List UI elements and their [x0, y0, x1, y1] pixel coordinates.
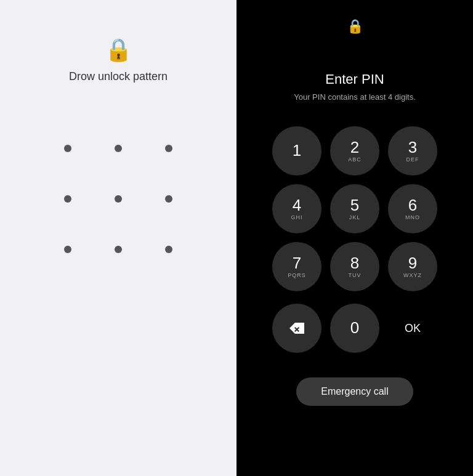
lock-icon-right: 🔒	[347, 18, 363, 34]
key-4[interactable]: 4 GHI	[272, 184, 321, 233]
pattern-dot-3[interactable]	[165, 145, 172, 152]
lock-icon-left: 🔒	[105, 37, 132, 63]
emergency-call-button[interactable]: Emergency call	[296, 377, 413, 406]
pattern-grid[interactable]	[64, 145, 172, 253]
draw-title: Drow unlock pattern	[69, 70, 168, 83]
ok-button[interactable]: OK	[388, 304, 437, 353]
key-7[interactable]: 7 PQRS	[272, 242, 321, 291]
bottom-row: 0 OK	[272, 304, 437, 353]
pin-subtitle: Your PIN contains at least 4 digits.	[294, 92, 416, 102]
backspace-button[interactable]	[272, 304, 321, 353]
pattern-dot-8[interactable]	[115, 246, 122, 253]
pattern-dot-1[interactable]	[64, 145, 71, 152]
keypad: 1 2 ABC 3 DEF 4 GHI 5 JKL 6 MNO 7 PQRS 8	[272, 126, 437, 291]
key-1[interactable]: 1	[272, 126, 321, 175]
pin-title: Enter PIN	[325, 71, 384, 87]
pattern-dot-2[interactable]	[115, 145, 122, 152]
key-6[interactable]: 6 MNO	[388, 184, 437, 233]
key-2[interactable]: 2 ABC	[330, 126, 379, 175]
key-8[interactable]: 8 TUV	[330, 242, 379, 291]
pattern-dot-5[interactable]	[115, 195, 122, 203]
key-0[interactable]: 0	[330, 304, 379, 353]
pattern-dot-9[interactable]	[165, 246, 172, 253]
right-panel: 🔒 Enter PIN Your PIN contains at least 4…	[236, 0, 473, 476]
key-9[interactable]: 9 WXYZ	[388, 242, 437, 291]
pattern-dot-4[interactable]	[64, 195, 71, 203]
pattern-dot-7[interactable]	[64, 246, 71, 253]
key-3[interactable]: 3 DEF	[388, 126, 437, 175]
key-5[interactable]: 5 JKL	[330, 184, 379, 233]
pattern-dot-6[interactable]	[165, 195, 172, 203]
left-panel: 🔒 Drow unlock pattern	[0, 0, 236, 476]
